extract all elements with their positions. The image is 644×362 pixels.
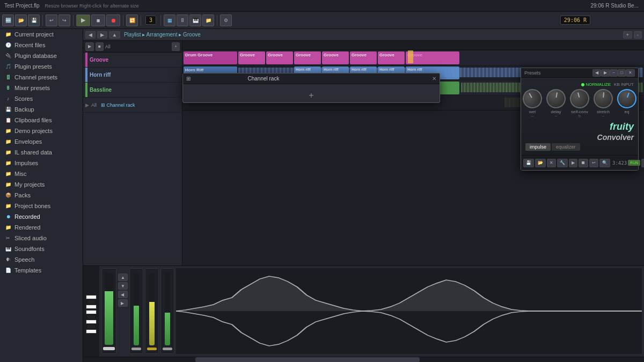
sidebar-item-channel-presets[interactable]: 🎛 Channel presets xyxy=(0,72,83,83)
sidebar-item-templates[interactable]: 📄 Templates xyxy=(0,265,83,276)
block-groove-4[interactable]: Groove xyxy=(322,51,349,64)
sidebar-item-demo-projects[interactable]: 📁 Demo projects xyxy=(0,125,83,136)
waveform-area[interactable] xyxy=(176,268,642,354)
sidebar-item-sliced-audio[interactable]: ✂ Sliced audio xyxy=(0,233,83,243)
piano-key-white-1[interactable] xyxy=(86,295,97,299)
block-drum-groove[interactable]: Drum Groove xyxy=(184,51,237,64)
knob-delay[interactable] xyxy=(545,87,567,110)
knob-wet[interactable] xyxy=(519,85,545,112)
sidebar-item-speech[interactable]: 🗣 Speech xyxy=(0,254,83,265)
conv-run-btn[interactable]: RUN xyxy=(628,160,640,166)
mixer-ch-3[interactable] xyxy=(145,268,159,354)
up-btn[interactable]: ▲ xyxy=(109,31,120,39)
sidebar-item-soundfonts[interactable]: 🎹 Soundfonts xyxy=(0,243,83,254)
browser-btn[interactable]: 📁 xyxy=(202,14,214,26)
block-groove-3[interactable]: Groove xyxy=(294,51,321,64)
add-channel-btn[interactable]: + xyxy=(309,91,313,100)
mixer-ch-main[interactable] xyxy=(101,268,116,354)
fader2-handle[interactable] xyxy=(131,348,141,350)
convolver-close[interactable]: ✕ xyxy=(626,69,635,77)
sidebar-item-packs[interactable]: 📦 Packs xyxy=(0,190,83,201)
save-button[interactable]: 💾 xyxy=(28,14,40,26)
block-groove-7[interactable]: Groove xyxy=(406,51,459,64)
sidebar-item-current-project[interactable]: 📁 Current project xyxy=(0,29,83,40)
piano-key-white-3[interactable] xyxy=(86,310,97,314)
conv-btn-6[interactable]: ⏹ xyxy=(579,159,588,167)
tab-equalizer[interactable]: equalizer xyxy=(552,143,580,151)
conv-btn-4[interactable]: 🔧 xyxy=(557,159,568,167)
settings-btn[interactable]: ⚙ xyxy=(220,14,232,26)
zoom-out[interactable]: - xyxy=(634,31,642,39)
loop-button[interactable]: 🔁 xyxy=(126,14,138,26)
sidebar-item-il-shared[interactable]: 📁 IL shared data xyxy=(0,147,83,158)
playlist-stop-btn[interactable]: ■ xyxy=(96,42,104,51)
sidebar-item-mixer-presets[interactable]: 🎚 Mixer presets xyxy=(0,83,83,93)
convolver-next[interactable]: ▶ xyxy=(601,69,610,77)
piano-key-black-2[interactable] xyxy=(87,315,95,319)
convolver-min[interactable]: − xyxy=(610,69,618,77)
tab-impulse[interactable]: impulse xyxy=(525,143,551,151)
track-header-horn[interactable]: Horn riff xyxy=(83,68,182,83)
zoom-in[interactable]: + xyxy=(623,31,632,39)
channel-rack-btn[interactable]: ▦ xyxy=(164,14,175,26)
conv-ctrl-1[interactable]: 🕐 xyxy=(641,159,644,167)
playlist-play-btn[interactable]: ▶ xyxy=(85,42,94,51)
sidebar-item-plugin-database[interactable]: 🔌 Plugin database xyxy=(0,50,83,61)
track-header-bassline[interactable]: Bassline xyxy=(83,83,182,98)
undo-button[interactable]: ↩ xyxy=(46,14,57,26)
sidebar-item-recent-files[interactable]: 🕐 Recent files xyxy=(0,40,83,50)
arrow-left[interactable]: ◀ xyxy=(118,291,128,298)
mixer-btn[interactable]: 🎚 xyxy=(177,14,188,26)
conv-btn-5[interactable]: ▶ xyxy=(569,159,577,167)
convolver-prev[interactable]: ◀ xyxy=(592,69,601,77)
sidebar-item-backup[interactable]: 💾 Backup xyxy=(0,104,83,115)
sidebar-item-rendered[interactable]: 📁 Rendered xyxy=(0,222,83,233)
record-button[interactable]: ⏺ xyxy=(106,14,120,26)
bpm-display[interactable]: 3 xyxy=(145,16,156,25)
fader3-handle[interactable] xyxy=(147,348,157,350)
fader4-handle[interactable] xyxy=(163,348,172,350)
arrow-up[interactable]: ▲ xyxy=(118,274,128,281)
channel-rack-close[interactable]: ✕ xyxy=(432,76,436,82)
arrow-down[interactable]: ▼ xyxy=(118,282,128,290)
arrow-right[interactable]: ▶ xyxy=(118,299,128,307)
sidebar-item-project-bones[interactable]: 📁 Project bones xyxy=(0,201,83,211)
conv-btn-1[interactable]: 💾 xyxy=(523,159,534,167)
conv-btn-2[interactable]: 📂 xyxy=(535,159,546,167)
stop-button[interactable]: ■ xyxy=(91,14,105,26)
back-btn[interactable]: ◀ xyxy=(85,31,96,39)
sidebar-item-recorded[interactable]: ⏺ Recorded xyxy=(0,211,83,222)
block-groove-2[interactable]: Groove xyxy=(266,51,293,64)
mixer-ch-4[interactable] xyxy=(160,268,174,354)
mixer-ch-2[interactable] xyxy=(129,268,143,354)
block-groove-6[interactable]: Groove xyxy=(378,51,405,64)
play-button[interactable]: ▶ xyxy=(76,14,90,26)
sidebar-item-my-projects[interactable]: 📁 My projects xyxy=(0,179,83,190)
piano-key-black-1[interactable] xyxy=(87,300,95,304)
sidebar-item-misc[interactable]: 📁 Misc xyxy=(0,168,83,179)
open-button[interactable]: 📂 xyxy=(15,14,27,26)
block-groove-5[interactable]: Groove xyxy=(350,51,377,64)
piano-key-black-3[interactable] xyxy=(87,325,95,328)
redo-button[interactable]: ↪ xyxy=(58,14,70,26)
hscroll[interactable] xyxy=(83,357,644,362)
piano-key-white-2[interactable] xyxy=(86,305,97,309)
conv-btn-8[interactable]: 🔍 xyxy=(599,159,610,167)
add-track-btn[interactable]: + xyxy=(172,42,180,51)
main-fader-handle[interactable] xyxy=(103,347,115,350)
convolver-max[interactable]: □ xyxy=(618,69,626,77)
piano-key-white-5[interactable] xyxy=(86,329,97,334)
sidebar-item-impulses[interactable]: 📁 Impulses xyxy=(0,158,83,168)
knob-eq[interactable] xyxy=(614,86,639,111)
track-header-groove[interactable]: Groove xyxy=(83,53,182,68)
block-groove-1[interactable]: Groove xyxy=(238,51,265,64)
knob-stretch[interactable] xyxy=(592,88,613,109)
sidebar-item-plugin-presets[interactable]: 🎵 Plugin presets xyxy=(0,61,83,72)
piano-key-white-4[interactable] xyxy=(86,320,97,324)
fwd-btn[interactable]: ▶ xyxy=(97,31,107,39)
conv-btn-7[interactable]: ↩ xyxy=(589,159,598,167)
conv-btn-3[interactable]: ✕ xyxy=(547,159,556,167)
piano-roll-btn[interactable]: 🎹 xyxy=(189,14,201,26)
sidebar-item-clipboard-files[interactable]: 📋 Clipboard files xyxy=(0,115,83,125)
sidebar-item-scores[interactable]: ♪ Scores xyxy=(0,93,83,104)
